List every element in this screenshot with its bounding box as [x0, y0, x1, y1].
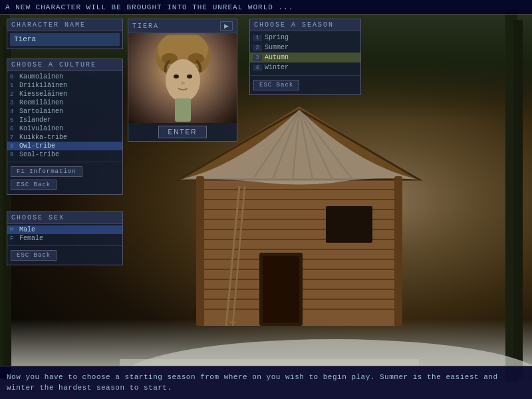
face-svg	[150, 35, 216, 122]
svg-rect-45	[175, 98, 191, 122]
season-item-3[interactable]: 4Winter	[250, 63, 360, 72]
season-back-button[interactable]: ESC Back	[253, 80, 299, 90]
enter-button[interactable]: ENTER	[158, 126, 207, 138]
top-message: A NEW CHARACTER WILL BE BROUGHT INTO THE…	[5, 3, 293, 11]
culture-info-button[interactable]: F1 Information	[11, 166, 82, 177]
portrait-panel: TIERA ▶ ENTER	[128, 19, 237, 142]
char-name-header: CHARACTER NAME	[7, 19, 122, 31]
culture-item-7[interactable]: 7Kuikka-tribe	[7, 133, 122, 142]
culture-panel: CHOOSE A CULTURE 0Kaumolainen1Driikiläin…	[7, 59, 123, 195]
char-name-value[interactable]: Tiera	[10, 33, 120, 46]
svg-point-44	[181, 81, 185, 84]
portrait-image	[128, 33, 237, 123]
sex-item-0[interactable]: MMale	[7, 225, 122, 234]
season-panel: CHOOSE A SEASON 1Spring2Summer3Autumn4Wi…	[249, 19, 361, 95]
culture-back-button[interactable]: ESC Back	[11, 180, 57, 190]
portrait-footer: ENTER	[128, 123, 237, 141]
season-header: CHOOSE A SEASON	[250, 19, 360, 31]
sex-panel: CHOOSE SEX MMaleFFemale ESC Back	[7, 211, 123, 265]
svg-rect-31	[326, 206, 372, 243]
season-item-0[interactable]: 1Spring	[250, 33, 360, 43]
culture-item-1[interactable]: 1Driikiläinen	[7, 81, 122, 90]
culture-item-6[interactable]: 6Koivulainen	[7, 124, 122, 133]
top-bar: A NEW CHARACTER WILL BE BROUGHT INTO THE…	[0, 0, 532, 15]
bottom-message: Now you have to choose a starting season…	[7, 372, 525, 393]
sex-list: MMaleFFemale	[7, 224, 122, 244]
culture-item-4[interactable]: 4Sartolainen	[7, 107, 122, 116]
season-list: 1Spring2Summer3Autumn4Winter	[250, 31, 360, 74]
sex-header: CHOOSE SEX	[7, 212, 122, 224]
svg-point-43	[187, 74, 192, 78]
season-item-2[interactable]: 3Autumn	[250, 53, 360, 63]
bottom-bar: Now you have to choose a starting season…	[0, 366, 532, 399]
culture-list: 0Kaumolainen1Driikiläinen2Kiesseläinen3R…	[7, 71, 122, 160]
season-item-1[interactable]: 2Summer	[250, 43, 360, 53]
culture-item-5[interactable]: 5Islander	[7, 116, 122, 124]
culture-item-3[interactable]: 3Reemiläinen	[7, 98, 122, 107]
svg-rect-30	[263, 256, 299, 323]
svg-rect-35	[196, 176, 204, 326]
portrait-header: TIERA ▶	[128, 19, 237, 33]
char-name-panel: CHARACTER NAME Tiera	[7, 19, 123, 49]
culture-item-2[interactable]: 2Kiesseläinen	[7, 90, 122, 98]
sex-back-button[interactable]: ESC Back	[11, 250, 57, 261]
svg-point-42	[174, 74, 179, 78]
svg-point-41	[166, 59, 200, 102]
portrait-arrow-button[interactable]: ▶	[220, 21, 233, 31]
culture-item-9[interactable]: 9Seal-tribe	[7, 150, 122, 159]
culture-header: CHOOSE A CULTURE	[7, 59, 122, 71]
svg-rect-4	[513, 20, 523, 379]
svg-rect-36	[394, 176, 402, 326]
culture-item-8[interactable]: 8Owl-tribe	[7, 142, 122, 150]
portrait-name: TIERA	[132, 23, 159, 30]
sex-item-1[interactable]: FFemale	[7, 234, 122, 243]
culture-item-0[interactable]: 0Kaumolainen	[7, 72, 122, 81]
